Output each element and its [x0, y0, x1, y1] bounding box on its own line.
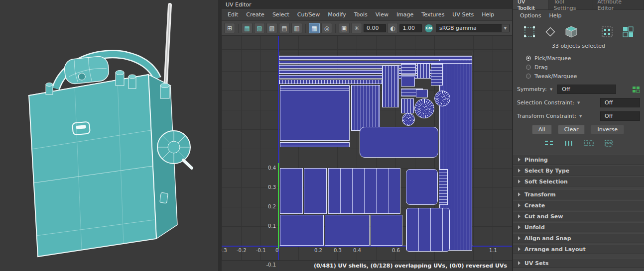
uv-shell[interactable] [431, 64, 443, 86]
section-soft-selection[interactable]: Soft Selection [513, 177, 644, 186]
isolate-select-icon[interactable]: ▥ [291, 23, 302, 33]
gain-field[interactable]: 1.00 [399, 24, 422, 32]
align-shells-v-icon[interactable] [564, 140, 574, 147]
section-align-and-snap[interactable]: Align and Snap [513, 233, 644, 243]
uv-shell[interactable] [417, 64, 430, 79]
uv-marquee-grid-icon[interactable] [600, 25, 614, 39]
uv-shell[interactable] [279, 61, 472, 64]
toolkit-tab-attribute-editor[interactable]: Attribute Editor [593, 0, 644, 9]
symmetry-grid-icon[interactable] [632, 86, 640, 93]
symmetry-value-field[interactable]: Off [557, 85, 616, 94]
radio-label: Tweak/Marquee [534, 73, 577, 80]
texture-borders-icon[interactable]: ▤ [279, 23, 290, 33]
uv-shell[interactable] [279, 56, 472, 60]
uv-shell[interactable] [401, 77, 415, 87]
uv-shell[interactable] [406, 169, 438, 205]
clear-button[interactable]: Clear [558, 125, 585, 134]
uv-shell[interactable] [406, 208, 450, 252]
chevron-down-icon[interactable]: ▼ [501, 24, 509, 32]
uv-shell[interactable] [304, 168, 327, 214]
section-uv-sets[interactable]: UV Sets [513, 258, 644, 268]
section-transform[interactable]: Transform [513, 189, 644, 199]
uv-texture-display-icon[interactable]: ▧ [254, 23, 265, 33]
tile-layout-icon[interactable]: ⊞ [224, 23, 235, 33]
uv-shell[interactable] [325, 215, 370, 246]
exposure-field[interactable]: 0.00 [364, 24, 386, 32]
uv-shell[interactable] [382, 66, 399, 107]
uv-shell[interactable] [416, 90, 428, 97]
distribute-v-icon[interactable] [604, 140, 614, 147]
section-unfold[interactable]: Unfold [513, 222, 644, 232]
3d-viewport[interactable] [0, 0, 222, 271]
transform-constraint-value-field[interactable]: Off [600, 111, 640, 121]
toolkit-menu-options[interactable]: Options [516, 12, 545, 19]
chevron-down-icon[interactable]: ▼ [577, 101, 580, 105]
section-select-by-type[interactable]: Select By Type [513, 166, 644, 176]
uv-menu-modify[interactable]: Modify [324, 11, 350, 18]
component-diamond-icon[interactable] [543, 25, 557, 39]
uv-menu-help[interactable]: Help [478, 11, 498, 18]
uv-shell[interactable] [371, 215, 402, 246]
uv-shell[interactable] [279, 80, 394, 84]
uv-menu-textures[interactable]: Textures [417, 11, 448, 18]
uv-menu-create[interactable]: Create [242, 11, 268, 18]
uv-shell[interactable] [328, 168, 400, 214]
toolkit-tab-tool-settings[interactable]: Tool Settings [549, 0, 593, 9]
pixel-snap-icon[interactable]: ◎ [321, 23, 332, 33]
section-cut-and-sew[interactable]: Cut and Sew [513, 211, 644, 221]
distribute-u-icon[interactable] [584, 140, 594, 147]
section-pinning[interactable]: Pinning [513, 155, 644, 165]
toolkit-menu-help[interactable]: Help [545, 12, 565, 19]
uv-distortion-display-icon[interactable]: ▨ [266, 23, 277, 33]
uv-shell-fan[interactable] [402, 113, 415, 126]
uv-shell[interactable] [401, 98, 414, 113]
uv-shell[interactable] [351, 85, 380, 131]
selection-constraint-value-field[interactable]: Off [600, 98, 640, 107]
uv-canvas[interactable]: (0/481) UV shells, (0/128) overlapping U… [222, 36, 512, 271]
grid-display-icon[interactable]: ▦ [309, 23, 320, 33]
symmetry-row: Symmetry: ▼ Off [513, 83, 644, 96]
gamma-mode-select[interactable]: sRGB gamma ▼ [436, 24, 510, 32]
uv-shell[interactable] [439, 169, 448, 205]
uv-menu-cut-sew[interactable]: Cut/Sew [293, 11, 324, 18]
uv-shaded-display-icon[interactable]: ▦ [242, 23, 253, 33]
uv-shell[interactable] [280, 85, 350, 91]
uv-menu-image[interactable]: Image [392, 11, 417, 18]
uv-shell[interactable] [360, 127, 438, 158]
uv-shell-grid-icon[interactable] [621, 25, 635, 39]
uv-shell[interactable] [280, 85, 350, 141]
uv-shell[interactable] [280, 168, 303, 214]
uv-menu-tools[interactable]: Tools [350, 11, 372, 18]
uv-shell[interactable] [280, 142, 350, 147]
inverse-button[interactable]: Inverse [591, 125, 624, 134]
radio-tweak-marquee[interactable]: Tweak/Marquee [526, 73, 644, 80]
exposure-aperture-icon[interactable]: ✳ [351, 23, 362, 33]
radio-pick-marquee[interactable]: Pick/Marquee [526, 55, 644, 62]
uv-shell[interactable] [280, 215, 324, 246]
uv-snapshot-camera-icon[interactable]: ▣ [339, 23, 350, 33]
contrast-icon[interactable]: ◐ [387, 23, 398, 33]
marquee-select-icon[interactable] [522, 25, 536, 39]
chevron-down-icon[interactable]: ▼ [550, 88, 552, 91]
collapse-arrow-icon [518, 192, 520, 196]
object-cube-icon[interactable] [564, 25, 578, 39]
section-group: UV Sets [513, 258, 644, 268]
antenna-rod [165, 5, 170, 89]
section-arrange-and-layout[interactable]: Arrange and Layout [513, 244, 644, 254]
uv-shell-fan[interactable] [414, 98, 434, 118]
toolkit-sections: PinningSelect By TypeSoft SelectionTrans… [513, 151, 644, 271]
uv-shell[interactable] [401, 64, 416, 75]
section-create[interactable]: Create [513, 200, 644, 210]
align-shells-u-icon[interactable] [544, 140, 554, 147]
uv-shell-fan[interactable] [434, 90, 450, 106]
all-button[interactable]: All [532, 125, 552, 134]
uv-menu-select[interactable]: Select [268, 11, 293, 18]
toolkit-tab-uv-toolkit[interactable]: UV Toolkit [513, 0, 549, 9]
chevron-down-icon[interactable]: ▼ [579, 114, 582, 118]
uv-menu-uv-sets[interactable]: UV Sets [448, 11, 478, 18]
uv-menu-edit[interactable]: Edit [224, 11, 242, 18]
radio-drag[interactable]: Drag [526, 64, 644, 71]
uv-menu-view[interactable]: View [372, 11, 392, 18]
gamma-badge-icon[interactable]: GM [425, 24, 433, 32]
uv-editor-titlebar[interactable]: UV Editor [222, 0, 512, 9]
